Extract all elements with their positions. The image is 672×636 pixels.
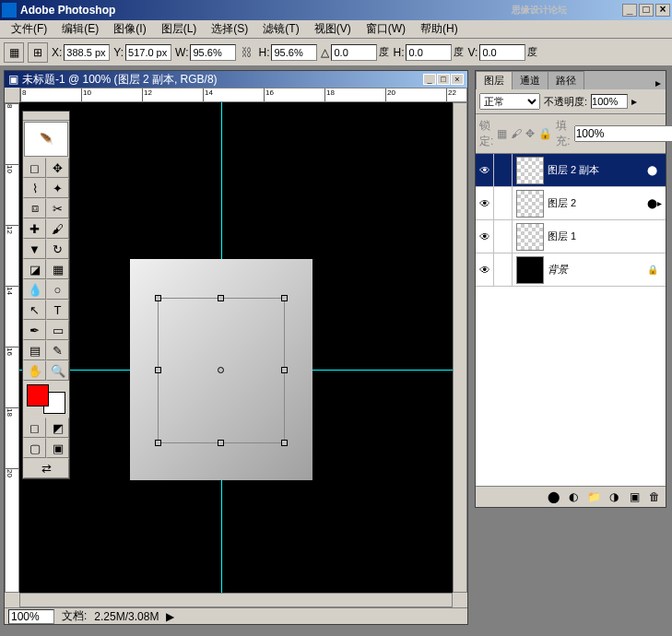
fill-input[interactable] — [574, 125, 672, 142]
h-input[interactable] — [271, 44, 317, 61]
opacity-arrow-icon[interactable]: ▸ — [631, 95, 637, 108]
handle-w[interactable] — [155, 367, 161, 373]
vskew-input[interactable] — [479, 44, 525, 61]
foreground-color[interactable] — [27, 384, 49, 406]
dodge-tool[interactable]: ○ — [46, 279, 69, 300]
layer-row[interactable]: 👁 背景 🔒 — [476, 253, 666, 287]
link-column[interactable] — [494, 187, 513, 219]
blend-mode-select[interactable]: 正常 — [479, 93, 540, 110]
slice-tool[interactable]: ✂ — [46, 198, 69, 218]
ruler-vertical[interactable]: 8 10 12 14 16 18 20 — [5, 102, 19, 593]
screen-mode-2[interactable]: ▣ — [46, 438, 69, 458]
visibility-icon[interactable]: 👁 — [476, 220, 494, 253]
zoom-input[interactable] — [8, 609, 54, 624]
new-set-button[interactable]: 📁 — [584, 489, 603, 505]
tab-layers[interactable]: 图层 — [476, 71, 513, 89]
layer-name[interactable]: 图层 2 — [548, 196, 647, 210]
tools-grip[interactable] — [23, 112, 69, 121]
standard-mode-button[interactable]: ◻ — [23, 418, 46, 438]
layer-thumbnail[interactable] — [516, 157, 544, 184]
transform-box[interactable] — [158, 298, 285, 443]
minimize-button[interactable]: _ — [622, 4, 637, 17]
handle-s[interactable] — [218, 440, 224, 446]
menu-select[interactable]: 选择(S) — [204, 19, 255, 39]
panel-menu-icon[interactable]: ▸ — [651, 77, 666, 89]
quickmask-mode-button[interactable]: ◩ — [46, 418, 69, 438]
maximize-button[interactable]: □ — [639, 4, 654, 17]
layer-mask-button[interactable]: ◐ — [564, 489, 583, 505]
handle-center[interactable] — [218, 367, 224, 373]
link-column[interactable] — [494, 253, 513, 286]
doc-maximize-button[interactable]: □ — [437, 74, 450, 85]
blur-tool[interactable]: 💧 — [23, 279, 46, 300]
marquee-tool[interactable]: ◻ — [23, 158, 46, 178]
layer-row[interactable]: 👁 图层 2 ⬤▸ — [476, 187, 666, 220]
hand-tool[interactable]: ✋ — [23, 360, 46, 381]
delete-layer-button[interactable]: 🗑 — [645, 489, 664, 505]
scrollbar-horizontal[interactable] — [19, 593, 453, 607]
canvas[interactable] — [19, 102, 453, 593]
handle-n[interactable] — [218, 295, 224, 301]
layer-thumbnail[interactable] — [516, 256, 544, 284]
eraser-tool[interactable]: ◪ — [23, 259, 46, 279]
layer-thumbnail[interactable] — [516, 223, 544, 251]
y-input[interactable] — [125, 44, 171, 61]
lasso-tool[interactable]: ⌇ — [23, 178, 46, 198]
link-column[interactable] — [494, 154, 513, 186]
visibility-icon[interactable]: 👁 — [476, 187, 494, 219]
w-input[interactable] — [190, 44, 236, 61]
pen-tool[interactable]: ✒ — [23, 320, 46, 340]
menu-image[interactable]: 图像(I) — [106, 19, 153, 39]
menu-filter[interactable]: 滤镜(T) — [255, 19, 306, 39]
lock-paint-icon[interactable]: 🖌 — [511, 127, 522, 140]
fx-icon[interactable]: ⬤▸ — [647, 198, 666, 208]
reference-point-icon[interactable]: ⊞ — [28, 42, 48, 63]
history-brush-tool[interactable]: ↻ — [46, 239, 69, 259]
layer-row[interactable]: 👁 图层 2 副本 ⬤ — [476, 154, 666, 187]
lock-transparency-icon[interactable]: ▦ — [497, 127, 507, 140]
layer-name[interactable]: 图层 1 — [548, 230, 666, 243]
menu-file[interactable]: 文件(F) — [4, 19, 54, 39]
transform-icon[interactable]: ▦ — [4, 42, 24, 63]
adjustment-layer-button[interactable]: ◑ — [605, 489, 623, 505]
hskew-input[interactable] — [406, 44, 452, 61]
tab-paths[interactable]: 路径 — [548, 71, 584, 89]
handle-sw[interactable] — [155, 440, 161, 446]
handle-ne[interactable] — [281, 295, 288, 301]
x-input[interactable] — [64, 44, 110, 61]
lock-all-icon[interactable]: 🔒 — [538, 127, 552, 140]
layer-name[interactable]: 背景 — [548, 263, 647, 277]
handle-e[interactable] — [281, 367, 288, 373]
link-column[interactable] — [494, 220, 513, 253]
opacity-input[interactable] — [591, 94, 628, 109]
handle-nw[interactable] — [155, 295, 161, 301]
document-title-bar[interactable]: ▣ 未标题-1 @ 100% (图层 2 副本, RGB/8) _ □ × — [5, 71, 467, 88]
healing-tool[interactable]: ✚ — [23, 218, 46, 239]
menu-window[interactable]: 窗口(W) — [359, 19, 413, 39]
status-arrow-icon[interactable]: ▶ — [166, 610, 174, 623]
jump-to-imageready[interactable]: ⇄ — [23, 458, 69, 478]
new-layer-button[interactable]: ▣ — [625, 489, 643, 505]
menu-help[interactable]: 帮助(H) — [413, 19, 466, 39]
screen-mode-1[interactable]: ▢ — [23, 438, 46, 458]
brush-tool[interactable]: 🖌 — [46, 218, 69, 239]
doc-minimize-button[interactable]: _ — [423, 74, 436, 85]
fx-icon[interactable]: ⬤ — [647, 165, 666, 175]
notes-tool[interactable]: ▤ — [23, 340, 46, 360]
shape-tool[interactable]: ▭ — [46, 320, 69, 340]
zoom-tool[interactable]: 🔍 — [46, 360, 69, 381]
wand-tool[interactable]: ✦ — [46, 178, 69, 198]
visibility-icon[interactable]: 👁 — [476, 154, 494, 186]
menu-layer[interactable]: 图层(L) — [154, 19, 205, 39]
layer-style-button[interactable]: ⬤ — [544, 489, 562, 505]
crop-tool[interactable]: ⧈ — [23, 198, 46, 218]
type-tool[interactable]: T — [46, 300, 69, 320]
doc-close-button[interactable]: × — [451, 74, 464, 85]
tab-channels[interactable]: 通道 — [512, 71, 548, 89]
close-button[interactable]: × — [655, 4, 670, 17]
layer-name[interactable]: 图层 2 副本 — [548, 163, 647, 177]
scrollbar-vertical[interactable] — [453, 102, 467, 593]
menu-view[interactable]: 视图(V) — [307, 19, 359, 39]
stamp-tool[interactable]: ▼ — [23, 239, 46, 259]
gradient-tool[interactable]: ▦ — [46, 259, 69, 279]
